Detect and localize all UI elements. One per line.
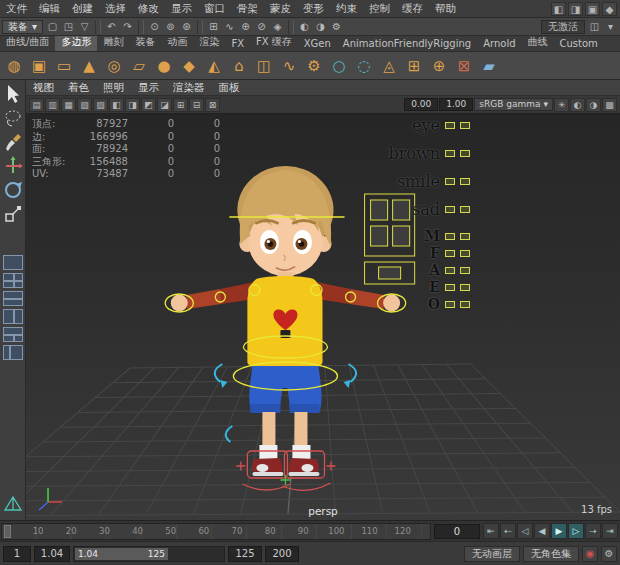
shelf-tab-12[interactable]: Custom [554,37,604,51]
animation-preferences-button[interactable]: ⚙ [601,546,617,562]
panel-menu-0[interactable]: 视图 [26,80,61,95]
whats-new-icon[interactable]: ◆ [602,2,617,16]
shelf-tab-10[interactable]: Arnold [477,37,521,51]
paint-select-tool-button[interactable] [2,131,24,153]
face-label-o[interactable]: O [428,296,440,312]
shelf-tab-8[interactable]: XGen [298,37,337,51]
face-slider-sad-b[interactable] [460,206,470,213]
face-slider-e-a[interactable] [445,284,455,291]
workspace-left-icon[interactable]: ◧ [551,2,566,16]
menu-item-2[interactable]: 创建 [66,0,99,17]
face-slider-sad-a[interactable] [445,206,455,213]
select-camera-icon[interactable]: ▤ [29,98,44,112]
select-object-icon[interactable]: ⊚ [163,19,178,34]
scale-tool-button[interactable] [2,203,24,225]
range-handle-left[interactable]: 1.04 [78,549,98,559]
workspace-right-icon[interactable]: ◨ [568,2,583,16]
menu-item-9[interactable]: 变形 [297,0,330,17]
menu-item-13[interactable]: 帮助 [429,0,462,17]
face-slider-brown-b[interactable] [460,150,470,157]
panel-menu-1[interactable]: 着色 [61,80,96,95]
menu-item-10[interactable]: 约束 [330,0,363,17]
options-caret-icon[interactable]: ▾ [603,19,618,34]
range-slider-bar[interactable]: 1.04 125 [75,548,168,560]
poly-pyramid-icon[interactable]: ◭ [202,54,226,78]
step-forward-key-button[interactable]: ▷ [568,523,584,539]
layout-four-panes-button[interactable] [3,273,23,288]
face-label-sad[interactable]: sad [412,200,440,219]
face-slider-brown-a[interactable] [445,150,455,157]
step-back-frame-button[interactable]: ⇠ [500,523,516,539]
camera-label[interactable]: persp [308,505,338,517]
poly-cube-icon[interactable]: ▣ [27,54,51,78]
lasso-tool-button[interactable] [2,107,24,129]
mirror-icon[interactable]: ⊞ [402,54,426,78]
play-backwards-button[interactable]: ◀ [534,523,550,539]
face-label-a[interactable]: A [429,262,440,278]
shadows-icon[interactable]: ◐ [570,98,585,112]
anti-aliasing-icon[interactable]: ▩ [602,98,617,112]
poly-super-ellipse-icon[interactable]: ◌ [352,54,376,78]
animation-end-field[interactable]: 200 [265,546,299,562]
poly-cylinder-icon[interactable]: ▭ [52,54,76,78]
ambient-occlusion-icon[interactable]: ◑ [586,98,601,112]
camera-attributes-icon[interactable]: ▦ [61,98,76,112]
lock-camera-icon[interactable]: ▥ [45,98,60,112]
shelf-tab-9[interactable]: AnimationFriendlyRigging [337,37,477,51]
face-label-brown[interactable]: brown [388,144,440,163]
menu-item-7[interactable]: 骨架 [231,0,264,17]
poly-sphere-icon[interactable]: ◍ [2,54,26,78]
face-slider-o-b[interactable] [460,301,470,308]
animation-start-field[interactable]: 1 [3,546,31,562]
gate-mask-icon[interactable]: ◪ [157,98,172,112]
poly-helix-icon[interactable]: ∿ [277,54,301,78]
character-model[interactable] [171,166,400,476]
rotate-tool-button[interactable] [2,179,24,201]
shelf-tab-5[interactable]: 渲染 [193,36,225,51]
status-separator-2[interactable] [138,20,144,34]
face-label-f[interactable]: F [430,245,440,261]
poly-platonic-icon[interactable]: ◆ [177,54,201,78]
menu-item-4[interactable]: 修改 [132,0,165,17]
quad-draw-icon[interactable]: ▰ [477,54,501,78]
panel-menu-2[interactable]: 照明 [96,80,131,95]
menu-item-11[interactable]: 控制 [363,0,396,17]
sculpt-tool-icon[interactable]: ◬ [377,54,401,78]
render-frame-icon[interactable]: ◐ [297,19,312,34]
move-tool-button[interactable] [2,155,24,177]
menu-item-6[interactable]: 窗口 [198,0,231,17]
safe-title-icon[interactable]: ⊠ [205,98,220,112]
no-live-surface-field[interactable]: 无激活 [541,20,585,34]
select-hierarchy-icon[interactable]: ⊙ [147,19,162,34]
snap-grid-icon[interactable]: ⊞ [206,19,221,34]
menu-item-3[interactable]: 选择 [99,0,132,17]
poly-pipe-icon[interactable]: ◫ [252,54,276,78]
face-label-smile[interactable]: smile [397,172,440,191]
current-frame-marker[interactable] [4,525,11,538]
face-slider-e-b[interactable] [460,284,470,291]
face-label-m[interactable]: M [425,228,441,244]
go-to-start-button[interactable]: ⇤ [483,523,499,539]
symmetry-icon[interactable]: ◫ [587,19,602,34]
gamma-field[interactable]: 1.00 [439,98,473,111]
face-slider-m-a[interactable] [445,233,455,240]
new-scene-icon[interactable]: ▢ [45,19,60,34]
face-slider-a-b[interactable] [460,267,470,274]
go-to-end-button[interactable]: ⇥ [602,523,618,539]
make-live-icon[interactable]: ◈ [270,19,285,34]
safe-action-icon[interactable]: ⊟ [189,98,204,112]
status-separator-3[interactable] [197,20,203,34]
face-label-e[interactable]: E [429,279,440,295]
shelf-tab-0[interactable]: 曲线/曲面 [0,36,55,51]
select-component-icon[interactable]: ⊛ [179,19,194,34]
poly-torus-icon[interactable]: ◎ [102,54,126,78]
play-forwards-button[interactable]: ▶ [551,523,567,539]
view-transform-dropdown[interactable]: sRGB gamma ▾ [474,98,553,111]
poly-cone-icon[interactable]: ▲ [77,54,101,78]
resolution-gate-icon[interactable]: ◩ [141,98,156,112]
face-slider-a-a[interactable] [445,267,455,274]
poly-gear-icon[interactable]: ⚙ [302,54,326,78]
status-separator-4[interactable] [288,20,294,34]
face-slider-o-a[interactable] [445,301,455,308]
panel-menu-4[interactable]: 渲染器 [166,80,212,95]
